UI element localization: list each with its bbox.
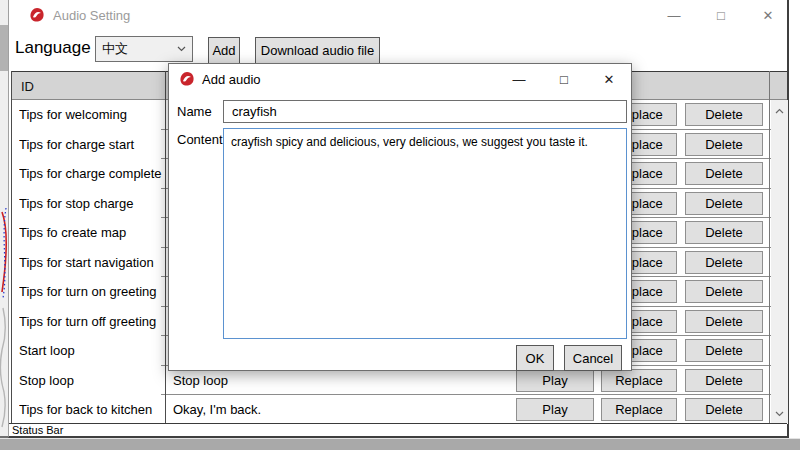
row-id-cell: Start loop (19, 343, 165, 358)
dialog-titlebar[interactable]: Add audio — □ ✕ (169, 64, 631, 94)
content-label: Content (177, 132, 223, 147)
minimize-button[interactable]: — (659, 8, 689, 23)
maximize-button[interactable]: □ (549, 72, 579, 87)
delete-button[interactable]: Delete (685, 251, 763, 274)
row-id-cell: Tips for charge start (19, 137, 165, 152)
chevron-down-icon (775, 411, 784, 417)
replace-button[interactable]: Replace (601, 398, 677, 421)
replace-button[interactable]: Replace (601, 369, 677, 392)
play-button[interactable]: Play (516, 398, 594, 421)
delete-button[interactable]: Delete (685, 280, 763, 303)
table-row[interactable]: Tips for back to kitchen Okay, I'm back.… (11, 395, 787, 424)
table-right-border (769, 71, 770, 424)
dialog-title: Add audio (202, 72, 261, 87)
add-button[interactable]: Add (208, 37, 240, 64)
window-title: Audio Setting (53, 8, 130, 23)
row-id-cell: Tips for welcoming (19, 107, 165, 122)
delete-button[interactable]: Delete (685, 103, 763, 126)
dialog-window-controls: — □ ✕ (504, 64, 624, 94)
row-id-cell: Tips fo create map (19, 225, 165, 240)
scroll-down-button[interactable] (771, 405, 788, 422)
row-id-cell: Tips for turn on greeting (19, 284, 165, 299)
add-audio-dialog: Add audio — □ ✕ Name Content crayfish sp… (168, 63, 632, 371)
chevron-up-icon (775, 108, 784, 114)
delete-button[interactable]: Delete (685, 192, 763, 215)
close-button[interactable]: ✕ (753, 8, 783, 23)
language-label: Language (15, 38, 91, 58)
language-select[interactable]: 中文 (95, 36, 193, 62)
maximize-button[interactable]: □ (706, 8, 736, 23)
delete-button[interactable]: Delete (685, 398, 763, 421)
app-logo-icon (179, 71, 195, 87)
content-textarea[interactable]: crayfish spicy and delicious, very delic… (223, 128, 627, 339)
background-window-sliver (0, 0, 8, 450)
delete-button[interactable]: Delete (685, 221, 763, 244)
table-left-border (11, 71, 12, 424)
ok-button[interactable]: OK (516, 345, 554, 371)
cancel-button[interactable]: Cancel (564, 345, 622, 371)
window-controls: — □ ✕ (659, 0, 783, 30)
scroll-up-button[interactable] (771, 102, 788, 119)
name-input[interactable] (223, 100, 627, 123)
delete-button[interactable]: Delete (685, 339, 763, 362)
delete-button[interactable]: Delete (685, 310, 763, 333)
desktop: Audio Setting — □ ✕ Language 中文 Add Down… (0, 0, 800, 450)
delete-button[interactable]: Delete (685, 369, 763, 392)
id-column-separator (165, 71, 166, 424)
main-titlebar[interactable]: Audio Setting — □ ✕ (9, 0, 787, 30)
row-id-cell: Tips for turn off greeting (19, 314, 165, 329)
row-content-cell: Stop loop (173, 373, 503, 388)
play-button[interactable]: Play (516, 369, 594, 392)
delete-button[interactable]: Delete (685, 133, 763, 156)
row-id-cell: Tips for start navigation (19, 255, 165, 270)
language-selected-value: 中文 (102, 40, 128, 58)
row-id-cell: Stop loop (19, 373, 165, 388)
desktop-strip (0, 438, 800, 450)
delete-button[interactable]: Delete (685, 162, 763, 185)
row-id-cell: Tips for stop charge (19, 196, 165, 211)
row-content-cell: Okay, I'm back. (173, 402, 503, 417)
chevron-down-icon (177, 46, 186, 52)
vertical-scrollbar[interactable] (771, 100, 788, 424)
row-id-cell: Tips for back to kitchen (19, 402, 165, 417)
name-label: Name (177, 104, 212, 119)
row-id-cell: Tips for charge complete (19, 166, 165, 181)
id-column-header: ID (21, 79, 34, 94)
app-logo-icon (29, 7, 45, 23)
close-button[interactable]: ✕ (594, 72, 624, 87)
download-audio-button[interactable]: Download audio file (255, 37, 380, 64)
status-bar: Status Bar (9, 423, 787, 436)
minimize-button[interactable]: — (504, 72, 534, 87)
